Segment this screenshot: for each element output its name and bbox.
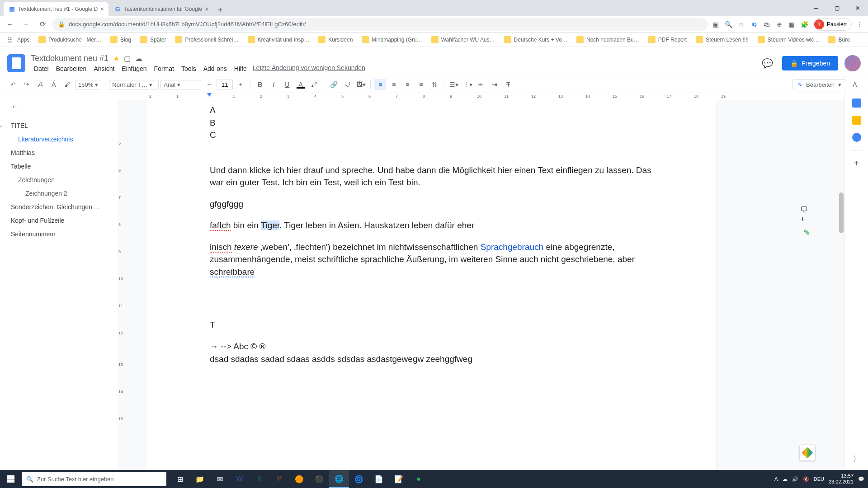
document-title[interactable]: Textdokument neu #1 — [31, 54, 108, 63]
zoom-select[interactable]: 150%▾ — [75, 80, 101, 89]
obs-icon[interactable]: ⚫ — [309, 470, 329, 488]
print-button[interactable]: 🖨 — [34, 79, 46, 90]
language-indicator[interactable]: DEU — [814, 476, 824, 482]
paragraph-style-select[interactable]: Normaler T…▾ — [109, 80, 159, 89]
calendar-icon[interactable] — [852, 99, 861, 108]
insert-image-button[interactable]: 🖼▾ — [355, 79, 367, 90]
onedrive-icon[interactable]: ☁ — [783, 476, 788, 482]
cast-icon[interactable]: ▣ — [712, 20, 721, 29]
document-page[interactable]: A B C Und dann klicke ich hier drauf und… — [146, 100, 716, 470]
bookmark-item[interactable]: Deutsche Kurs + Vo… — [500, 34, 571, 45]
reader-icon[interactable]: 📄 — [369, 470, 389, 488]
bookmark-item[interactable]: Kursideen — [315, 34, 356, 45]
share-button[interactable]: 🔒 Freigeben — [782, 56, 838, 70]
vertical-ruler[interactable]: 5 6 7 8 9 10 11 12 13 14 15 — [118, 100, 126, 470]
menu-format[interactable]: Format — [151, 64, 177, 73]
collapse-panel-button[interactable]: 〉 — [853, 454, 861, 465]
chrome-icon[interactable]: 🌐 — [329, 470, 349, 488]
keep-icon[interactable] — [852, 116, 861, 125]
globe-icon[interactable]: ⊕ — [775, 20, 784, 29]
menu-insert[interactable]: Einfügen — [118, 64, 150, 73]
redo-button[interactable]: ↷ — [21, 79, 33, 90]
spelling-error[interactable]: inisch — [210, 242, 232, 253]
profile-button[interactable]: T Pausiert — [813, 18, 852, 31]
text-line[interactable]: A — [210, 104, 653, 117]
add-addon-button[interactable]: + — [852, 159, 861, 168]
spellcheck-button[interactable]: Ǎ — [48, 79, 60, 90]
explore-button[interactable] — [799, 445, 816, 461]
word-icon[interactable]: W — [230, 470, 250, 488]
outline-heading[interactable]: TITEL — [5, 119, 118, 132]
browser-tab-active[interactable]: ▦ Textdokument neu #1 - Google D × — [4, 2, 108, 16]
notepad-icon[interactable]: 📝 — [389, 470, 409, 488]
outlook-icon[interactable]: ✉ — [210, 470, 230, 488]
cloud-saved-icon[interactable]: ☁ — [135, 54, 142, 63]
outline-collapse-icon[interactable]: − — [0, 123, 2, 129]
paragraph[interactable]: gfggfggg — [210, 198, 653, 211]
numbered-list-button[interactable]: ☰▾ — [448, 79, 460, 90]
clear-formatting-button[interactable]: T — [502, 79, 514, 90]
spotify-icon[interactable]: ● — [409, 470, 429, 488]
outline-heading[interactable]: Matthias — [5, 146, 118, 160]
font-select[interactable]: Arial▾ — [160, 80, 201, 89]
outline-heading[interactable]: Zeichnungen 2 — [5, 187, 118, 200]
undo-button[interactable]: ↶ — [7, 79, 19, 90]
bookmark-item[interactable]: Steuern Videos wic… — [754, 34, 823, 45]
menu-tools[interactable]: Tools — [178, 64, 199, 73]
last-edit-link[interactable]: Letzte Änderung vor wenigen Sekunden — [253, 64, 365, 73]
star-icon[interactable]: ☆ — [737, 20, 746, 29]
shopping-icon[interactable]: 🛍 — [762, 20, 771, 29]
bookmark-item[interactable]: Produktsuche - Mer… — [35, 34, 105, 45]
paint-format-button[interactable]: 🖌 — [61, 79, 73, 90]
excel-icon[interactable]: X — [250, 470, 269, 488]
spelling-error[interactable]: fafIch — [210, 221, 231, 231]
document-body[interactable]: A B C Und dann klicke ich hier drauf und… — [210, 100, 653, 365]
bookmark-item[interactable]: Steuern Lesen !!!! — [692, 34, 752, 45]
apps-button[interactable]: ⠿Apps — [4, 34, 33, 45]
explorer-icon[interactable]: 📁 — [190, 470, 210, 488]
windows-search-input[interactable]: 🔍 Zur Suche Text hier eingeben — [22, 472, 166, 486]
text-line[interactable]: B — [210, 117, 653, 129]
document-canvas[interactable]: 2 1 1 2 3 4 5 6 7 8 9 10 11 12 13 14 15 … — [118, 93, 844, 470]
insert-link-button[interactable]: 🔗 — [328, 79, 340, 90]
highlight-color-button[interactable]: 🖍 — [308, 79, 320, 90]
paragraph[interactable]: inisch texere ‚weben', ‚flechten') bezei… — [210, 241, 653, 278]
docs-logo[interactable] — [7, 54, 25, 72]
align-center-button[interactable]: ≡ — [388, 79, 400, 90]
add-comment-button[interactable]: 🗨+ — [800, 208, 813, 221]
suggest-edit-button[interactable]: ✎ — [800, 226, 813, 239]
grammar-error[interactable]: schreibbare — [210, 267, 255, 277]
start-button[interactable] — [0, 470, 22, 488]
text-color-button[interactable]: A — [295, 79, 307, 90]
bookmark-item[interactable]: Büro — [825, 34, 853, 45]
increase-font-button[interactable]: + — [235, 79, 246, 90]
tray-chevron-icon[interactable]: ᐱ — [774, 476, 778, 482]
paragraph[interactable]: → --> Abc © ® — [210, 340, 653, 353]
paragraph[interactable]: T — [210, 319, 653, 331]
align-justify-button[interactable]: ≡ — [415, 79, 427, 90]
outline-heading[interactable]: Kopf- und Fußzeile — [5, 214, 118, 227]
clock[interactable]: 13:57 23.02.2021 — [829, 473, 854, 485]
app-icon[interactable]: 🟠 — [289, 470, 309, 488]
italic-button[interactable]: I — [268, 79, 279, 90]
outline-heading[interactable]: Sonderzeichen, Gleichungen … — [5, 200, 118, 214]
network-icon[interactable]: 🔇 — [803, 476, 809, 482]
decrease-font-button[interactable]: − — [203, 79, 215, 90]
notification-icon[interactable]: 💬 — [858, 476, 864, 482]
align-left-button[interactable]: ≡ — [374, 79, 386, 90]
horizontal-ruler[interactable]: 2 1 1 2 3 4 5 6 7 8 9 10 11 12 13 14 15 … — [118, 93, 844, 100]
task-view-button[interactable]: ⊞ — [170, 470, 190, 488]
back-button[interactable]: ← — [4, 18, 16, 31]
bookmark-item[interactable]: Professionell Schrei… — [171, 34, 242, 45]
bold-button[interactable]: B — [254, 79, 266, 90]
reload-button[interactable]: ⟳ — [36, 18, 49, 31]
text-selection[interactable]: Tiger — [261, 221, 280, 230]
decrease-indent-button[interactable]: ⇤ — [475, 79, 487, 90]
menu-edit[interactable]: Bearbeiten — [53, 64, 90, 73]
bookmark-item[interactable]: Später — [137, 34, 170, 45]
editing-mode-select[interactable]: ✎ Bearbeiten ▾ — [793, 79, 846, 90]
volume-icon[interactable]: 🔊 — [792, 476, 798, 482]
bookmark-item[interactable]: PDF Report — [645, 34, 690, 45]
menu-addons[interactable]: Add-ons — [200, 64, 230, 73]
puzzle-icon[interactable]: 🧩 — [800, 20, 809, 29]
